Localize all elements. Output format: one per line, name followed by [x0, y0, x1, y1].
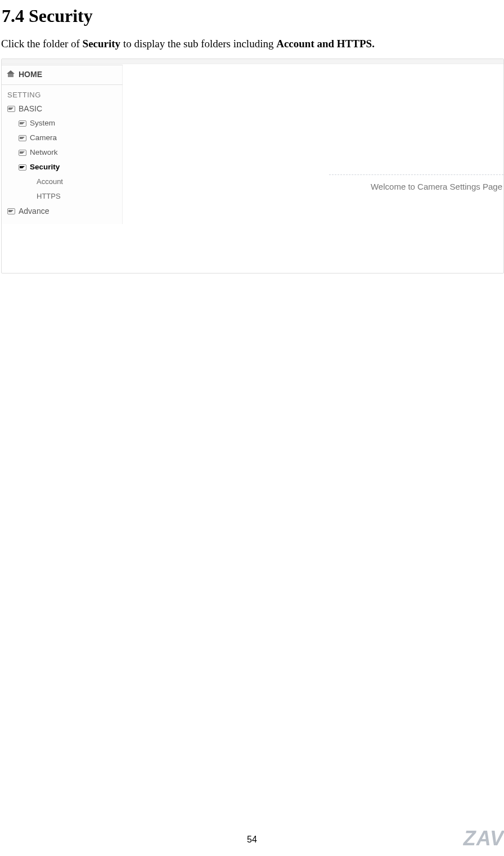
sidebar: HOME SETTING BASIC System Camera Network…: [2, 65, 123, 224]
sidebar-item-basic[interactable]: BASIC: [2, 101, 123, 116]
sidebar-item-label: Account: [37, 177, 63, 187]
page-heading: 7.4 Security: [2, 6, 504, 26]
folder-icon: [7, 207, 15, 215]
sidebar-item-label: Camera: [30, 133, 57, 143]
main-panel: Welcome to Camera Settings Page: [123, 65, 503, 273]
sidebar-item-https[interactable]: HTTPS: [2, 189, 123, 204]
sidebar-item-security[interactable]: Security: [2, 160, 123, 174]
sidebar-item-label: Security: [30, 162, 60, 172]
intro-bold-account-https: Account and HTTPS.: [276, 38, 375, 50]
sidebar-item-label: System: [30, 118, 55, 128]
sidebar-item-camera[interactable]: Camera: [2, 131, 123, 145]
sidebar-item-account[interactable]: Account: [2, 174, 123, 189]
sidebar-item-network[interactable]: Network: [2, 145, 123, 160]
screenshot-top-band: [2, 59, 503, 64]
folder-icon: [19, 149, 26, 156]
sidebar-item-system[interactable]: System: [2, 116, 123, 131]
divider-line: [329, 174, 503, 175]
brand-watermark: ZAV: [453, 827, 504, 850]
sidebar-home-label: HOME: [19, 70, 42, 79]
folder-icon: [19, 134, 26, 142]
welcome-text: Welcome to Camera Settings Page: [371, 182, 502, 191]
folder-open-icon: [19, 163, 26, 171]
intro-text-pre: Click the folder of: [1, 38, 83, 50]
sidebar-setting-label: SETTING: [2, 89, 123, 101]
sidebar-item-label: BASIC: [19, 104, 42, 114]
sidebar-item-label: Network: [30, 147, 58, 158]
home-icon: [7, 70, 15, 78]
sidebar-item-label: HTTPS: [37, 191, 61, 201]
intro-bold-security: Security: [83, 38, 121, 50]
sidebar-home[interactable]: HOME: [2, 65, 123, 85]
sidebar-item-advance[interactable]: Advance: [2, 204, 123, 218]
folder-icon: [7, 105, 15, 113]
sidebar-item-label: Advance: [19, 206, 49, 216]
page-number: 54: [247, 835, 257, 845]
intro-paragraph: Click the folder of Security to display …: [1, 38, 504, 50]
folder-icon: [19, 119, 26, 127]
settings-screenshot: HOME SETTING BASIC System Camera Network…: [1, 59, 504, 274]
intro-text-mid: to display the sub folders including: [120, 38, 276, 50]
